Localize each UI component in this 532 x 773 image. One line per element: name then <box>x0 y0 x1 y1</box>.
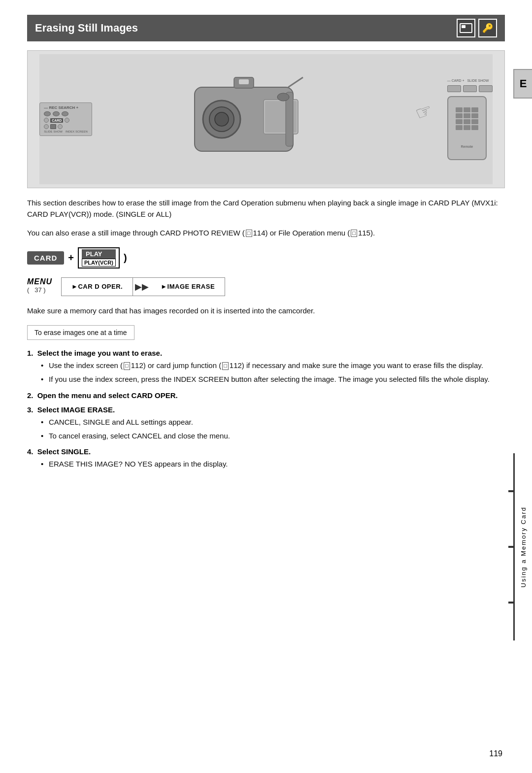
menu-step-arrow: ▶▶ <box>133 281 151 292</box>
svg-point-10 <box>277 93 289 101</box>
svg-rect-7 <box>239 79 249 84</box>
step-3-bullet-1: CANCEL, SINGLE and ALL settings appear. <box>41 416 505 428</box>
step-3-bullets: CANCEL, SINGLE and ALL settings appear. … <box>41 416 505 442</box>
menu-ref: ( 37 ) <box>27 286 46 294</box>
remote-dot <box>464 113 470 118</box>
hand-pointer: ☞ <box>412 99 435 125</box>
svg-line-9 <box>288 77 303 87</box>
title-bar: Erasing Still Images 🔑 <box>27 15 505 41</box>
body-text-2: You can also erase a still image through… <box>27 227 505 238</box>
card-icon-box <box>457 19 475 37</box>
badge-plus: + <box>68 252 74 264</box>
cam-panel-label: — REC SEARCH + <box>44 105 88 110</box>
step-1-text: Select the image you want to erase. <box>37 349 162 357</box>
erase-box: To erase images one at a time <box>27 325 134 340</box>
section-tab-e: E <box>513 69 532 99</box>
camera-illustration: — REC SEARCH + CARD <box>39 54 493 184</box>
page-container: E Using a Memory Card Erasing Still Imag… <box>0 0 532 773</box>
badge-play: PLAY <box>82 249 116 259</box>
step-3-number: 3. <box>27 405 33 414</box>
ref-icon: □ <box>246 230 252 237</box>
remote-dot <box>471 113 478 118</box>
numbered-list: 1. Select the image you want to erase. U… <box>27 349 505 470</box>
step-1-bullet-1: Use the index screen (□112) or card jump… <box>41 360 505 371</box>
body-text-1: This section describes how to erase the … <box>27 197 505 220</box>
side-lines <box>508 453 513 640</box>
ref-icon-4: □ <box>222 362 229 370</box>
step-3-bullet-2: To cancel erasing, select CANCEL and clo… <box>41 430 505 441</box>
step-3-header: 3. Select IMAGE ERASE. <box>27 405 505 414</box>
remote-dot <box>456 125 463 130</box>
hero-image: — REC SEARCH + CARD <box>27 50 505 188</box>
remote-dot <box>456 119 463 124</box>
remote: Remote <box>447 96 487 160</box>
title-icons: 🔑 <box>457 19 497 37</box>
ref-icon-3: □ <box>124 362 130 370</box>
menu-label-col: MENU ( 37 ) <box>27 277 52 294</box>
badge-play-sub: PLAY(VCR) <box>82 259 116 267</box>
step-2: 2. Open the menu and select CARD OPER. <box>27 391 505 400</box>
badge-row: CARD + PLAY PLAY(VCR) ) <box>27 247 505 269</box>
page-title: Erasing Still Images <box>35 22 138 34</box>
remote-dot <box>464 125 470 130</box>
cam-panel-top: — REC SEARCH + CARD <box>39 102 92 136</box>
ref-icon-2: □ <box>351 230 357 237</box>
step-1: 1. Select the image you want to erase. U… <box>27 349 505 385</box>
remote-grid <box>456 107 478 130</box>
step-4: 4. Select SINGLE. ERASE THIS IMAGE? NO Y… <box>27 447 505 470</box>
menu-step-1: ►CAR D OPER. <box>62 278 133 296</box>
step-4-bullets: ERASE THIS IMAGE? NO YES appears in the … <box>41 458 505 470</box>
hero-image-inner: — REC SEARCH + CARD <box>39 54 493 184</box>
step-2-number: 2. <box>27 391 33 400</box>
remote-dot <box>464 119 470 124</box>
badge-card: CARD <box>27 251 64 265</box>
step-4-header: 4. Select SINGLE. <box>27 447 505 456</box>
side-vertical-label: Using a Memory Card <box>513 453 532 640</box>
badge-close-paren: ) <box>124 252 127 264</box>
side-line-2 <box>508 546 513 548</box>
step-3: 3. Select IMAGE ERASE. CANCEL, SINGLE an… <box>27 405 505 442</box>
make-sure-text: Make sure a memory card that has images … <box>27 305 505 316</box>
key-icon-box: 🔑 <box>478 19 497 37</box>
cam-body <box>107 72 401 166</box>
step-1-bullets: Use the index screen (□112) or card jump… <box>41 360 505 385</box>
page-number: 119 <box>489 749 502 758</box>
step-3-text: Select IMAGE ERASE. <box>37 405 115 414</box>
card-icon <box>460 23 472 33</box>
remote-label: Remote <box>461 145 473 148</box>
badge-play-wrap: PLAY PLAY(VCR) <box>78 247 120 269</box>
remote-dot <box>456 107 463 112</box>
remote-dot <box>456 113 463 118</box>
step-2-text: Open the menu and select CARD OPER. <box>37 391 178 400</box>
step-4-bullet-1: ERASE THIS IMAGE? NO YES appears in the … <box>41 458 505 470</box>
cam-right-panel: — CARD + SLIDE SHOW <box>447 79 493 160</box>
section-tab-label: E <box>520 77 527 90</box>
main-content: Erasing Still Images 🔑 — REC SEARCH + <box>0 0 532 490</box>
step-1-bullet-2: If you use the index screen, press the I… <box>41 373 505 385</box>
menu-label: MENU <box>27 277 52 286</box>
cam-left-panel: — REC SEARCH + CARD <box>39 102 92 136</box>
side-line-1 <box>508 490 513 492</box>
step-4-number: 4. <box>27 447 33 456</box>
menu-step-2: ►IMAGE ERASE <box>151 278 225 296</box>
step-1-number: 1. <box>27 349 33 357</box>
step-4-text: Select SINGLE. <box>37 447 91 456</box>
step-1-header: 1. Select the image you want to erase. <box>27 349 505 357</box>
side-vertical-text: Using a Memory Card <box>520 506 527 587</box>
step-2-header: 2. Open the menu and select CARD OPER. <box>27 391 505 400</box>
side-line-3 <box>508 602 513 604</box>
menu-section: MENU ( 37 ) ►CAR D OPER. ▶▶ ►IMAGE ERASE <box>27 277 505 296</box>
svg-point-3 <box>215 112 229 126</box>
remote-dot <box>464 107 470 112</box>
menu-steps: ►CAR D OPER. ▶▶ ►IMAGE ERASE <box>61 277 225 296</box>
key-icon: 🔑 <box>482 23 493 34</box>
remote-dot <box>471 119 478 124</box>
remote-dot <box>471 107 478 112</box>
remote-dot <box>471 125 478 130</box>
camera-svg <box>190 72 318 166</box>
